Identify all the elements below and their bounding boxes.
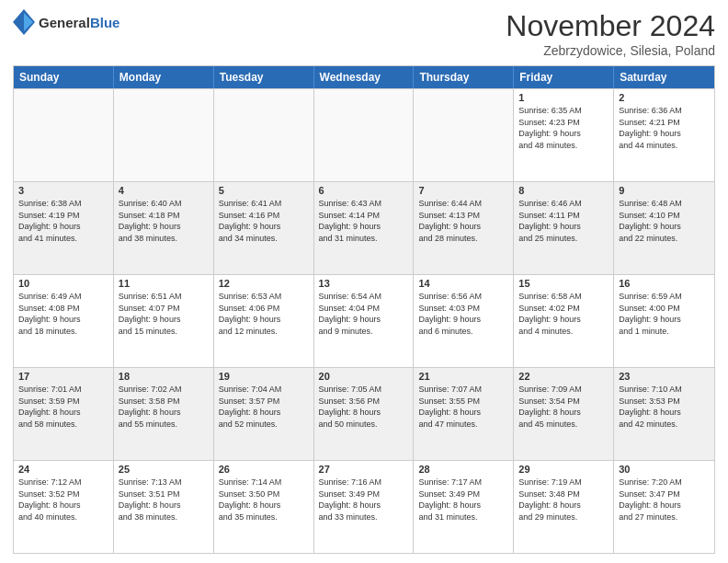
day-info: Sunrise: 6:41 AM Sunset: 4:16 PM Dayligh… <box>219 198 309 244</box>
cal-header-saturday: Saturday <box>614 66 714 88</box>
day-number: 7 <box>418 185 508 196</box>
day-info: Sunrise: 7:10 AM Sunset: 3:53 PM Dayligh… <box>619 384 710 430</box>
day-info: Sunrise: 6:46 AM Sunset: 4:11 PM Dayligh… <box>518 198 609 244</box>
cal-header-tuesday: Tuesday <box>214 66 314 88</box>
day-number: 14 <box>418 278 508 289</box>
cal-cell-r1-c5: 8Sunrise: 6:46 AM Sunset: 4:11 PM Daylig… <box>514 182 614 274</box>
day-number: 24 <box>18 464 108 475</box>
cal-cell-r0-c5: 1Sunrise: 6:35 AM Sunset: 4:23 PM Daylig… <box>514 89 614 181</box>
day-info: Sunrise: 7:16 AM Sunset: 3:49 PM Dayligh… <box>319 477 409 523</box>
day-info: Sunrise: 6:48 AM Sunset: 4:10 PM Dayligh… <box>619 198 710 244</box>
day-number: 23 <box>619 371 710 382</box>
cal-cell-r0-c3 <box>314 89 415 181</box>
day-info: Sunrise: 6:43 AM Sunset: 4:14 PM Dayligh… <box>319 198 409 244</box>
cal-cell-r4-c0: 24Sunrise: 7:12 AM Sunset: 3:52 PM Dayli… <box>14 461 114 553</box>
day-number: 10 <box>18 278 108 289</box>
title-block: November 2024 Zebrzydowice, Silesia, Pol… <box>506 9 715 58</box>
location: Zebrzydowice, Silesia, Poland <box>506 43 715 58</box>
day-info: Sunrise: 7:20 AM Sunset: 3:47 PM Dayligh… <box>619 477 710 523</box>
day-number: 22 <box>518 371 609 382</box>
day-info: Sunrise: 7:07 AM Sunset: 3:55 PM Dayligh… <box>418 384 508 430</box>
cal-cell-r2-c0: 10Sunrise: 6:49 AM Sunset: 4:08 PM Dayli… <box>14 275 114 367</box>
cal-cell-r0-c6: 2Sunrise: 6:36 AM Sunset: 4:21 PM Daylig… <box>614 89 714 181</box>
cal-cell-r2-c3: 13Sunrise: 6:54 AM Sunset: 4:04 PM Dayli… <box>314 275 415 367</box>
day-number: 6 <box>319 185 409 196</box>
day-number: 15 <box>518 278 609 289</box>
day-number: 28 <box>418 464 508 475</box>
cal-header-sunday: Sunday <box>14 66 114 88</box>
day-info: Sunrise: 6:58 AM Sunset: 4:02 PM Dayligh… <box>518 291 609 337</box>
cal-cell-r4-c3: 27Sunrise: 7:16 AM Sunset: 3:49 PM Dayli… <box>314 461 415 553</box>
cal-cell-r0-c2 <box>214 89 314 181</box>
cal-cell-r4-c6: 30Sunrise: 7:20 AM Sunset: 3:47 PM Dayli… <box>614 461 714 553</box>
cal-row-1: 3Sunrise: 6:38 AM Sunset: 4:19 PM Daylig… <box>14 181 714 274</box>
logo-blue: Blue <box>90 15 120 30</box>
calendar: SundayMondayTuesdayWednesdayThursdayFrid… <box>13 65 715 554</box>
day-info: Sunrise: 7:05 AM Sunset: 3:56 PM Dayligh… <box>319 384 409 430</box>
day-info: Sunrise: 6:56 AM Sunset: 4:03 PM Dayligh… <box>418 291 508 337</box>
day-info: Sunrise: 7:14 AM Sunset: 3:50 PM Dayligh… <box>219 477 309 523</box>
day-info: Sunrise: 7:17 AM Sunset: 3:49 PM Dayligh… <box>418 477 508 523</box>
day-number: 21 <box>418 371 508 382</box>
day-number: 4 <box>119 185 209 196</box>
cal-header-monday: Monday <box>114 66 214 88</box>
day-info: Sunrise: 6:59 AM Sunset: 4:00 PM Dayligh… <box>619 291 710 337</box>
cal-cell-r2-c4: 14Sunrise: 6:56 AM Sunset: 4:03 PM Dayli… <box>414 275 514 367</box>
day-number: 20 <box>319 371 409 382</box>
logo-icon <box>13 9 35 35</box>
cal-cell-r0-c1 <box>114 89 214 181</box>
cal-cell-r2-c2: 12Sunrise: 6:53 AM Sunset: 4:06 PM Dayli… <box>214 275 314 367</box>
cal-cell-r4-c5: 29Sunrise: 7:19 AM Sunset: 3:48 PM Dayli… <box>514 461 614 553</box>
day-info: Sunrise: 6:44 AM Sunset: 4:13 PM Dayligh… <box>418 198 508 244</box>
day-number: 25 <box>119 464 209 475</box>
day-number: 13 <box>319 278 409 289</box>
cal-cell-r3-c1: 18Sunrise: 7:02 AM Sunset: 3:58 PM Dayli… <box>114 368 214 460</box>
cal-cell-r4-c4: 28Sunrise: 7:17 AM Sunset: 3:49 PM Dayli… <box>414 461 514 553</box>
cal-cell-r1-c1: 4Sunrise: 6:40 AM Sunset: 4:18 PM Daylig… <box>114 182 214 274</box>
calendar-body: 1Sunrise: 6:35 AM Sunset: 4:23 PM Daylig… <box>14 88 714 553</box>
cal-row-2: 10Sunrise: 6:49 AM Sunset: 4:08 PM Dayli… <box>14 274 714 367</box>
cal-header-wednesday: Wednesday <box>314 66 415 88</box>
day-number: 18 <box>119 371 209 382</box>
header: GeneralBlue November 2024 Zebrzydowice, … <box>13 9 715 58</box>
cal-cell-r3-c0: 17Sunrise: 7:01 AM Sunset: 3:59 PM Dayli… <box>14 368 114 460</box>
day-number: 8 <box>518 185 609 196</box>
logo-general: General <box>39 15 90 30</box>
day-number: 27 <box>319 464 409 475</box>
cal-cell-r1-c6: 9Sunrise: 6:48 AM Sunset: 4:10 PM Daylig… <box>614 182 714 274</box>
day-number: 12 <box>219 278 309 289</box>
day-number: 30 <box>619 464 710 475</box>
logo-text: GeneralBlue <box>39 15 119 30</box>
day-number: 17 <box>18 371 108 382</box>
day-number: 1 <box>518 92 609 103</box>
cal-cell-r3-c3: 20Sunrise: 7:05 AM Sunset: 3:56 PM Dayli… <box>314 368 415 460</box>
cal-row-0: 1Sunrise: 6:35 AM Sunset: 4:23 PM Daylig… <box>14 88 714 181</box>
cal-cell-r1-c3: 6Sunrise: 6:43 AM Sunset: 4:14 PM Daylig… <box>314 182 415 274</box>
cal-row-3: 17Sunrise: 7:01 AM Sunset: 3:59 PM Dayli… <box>14 367 714 460</box>
day-info: Sunrise: 6:36 AM Sunset: 4:21 PM Dayligh… <box>619 105 710 151</box>
day-info: Sunrise: 7:04 AM Sunset: 3:57 PM Dayligh… <box>219 384 309 430</box>
month-title: November 2024 <box>506 9 715 43</box>
cal-cell-r4-c1: 25Sunrise: 7:13 AM Sunset: 3:51 PM Dayli… <box>114 461 214 553</box>
day-number: 19 <box>219 371 309 382</box>
cal-header-friday: Friday <box>514 66 614 88</box>
day-number: 26 <box>219 464 309 475</box>
day-number: 29 <box>518 464 609 475</box>
cal-cell-r1-c2: 5Sunrise: 6:41 AM Sunset: 4:16 PM Daylig… <box>214 182 314 274</box>
calendar-header-row: SundayMondayTuesdayWednesdayThursdayFrid… <box>14 66 714 88</box>
day-info: Sunrise: 6:38 AM Sunset: 4:19 PM Dayligh… <box>18 198 108 244</box>
day-info: Sunrise: 7:01 AM Sunset: 3:59 PM Dayligh… <box>18 384 108 430</box>
logo: GeneralBlue <box>13 9 119 35</box>
day-number: 9 <box>619 185 710 196</box>
cal-cell-r0-c0 <box>14 89 114 181</box>
day-info: Sunrise: 6:49 AM Sunset: 4:08 PM Dayligh… <box>18 291 108 337</box>
cal-cell-r3-c2: 19Sunrise: 7:04 AM Sunset: 3:57 PM Dayli… <box>214 368 314 460</box>
day-number: 3 <box>18 185 108 196</box>
cal-cell-r3-c5: 22Sunrise: 7:09 AM Sunset: 3:54 PM Dayli… <box>514 368 614 460</box>
day-info: Sunrise: 7:02 AM Sunset: 3:58 PM Dayligh… <box>119 384 209 430</box>
day-info: Sunrise: 7:09 AM Sunset: 3:54 PM Dayligh… <box>518 384 609 430</box>
cal-header-thursday: Thursday <box>414 66 514 88</box>
cal-cell-r3-c4: 21Sunrise: 7:07 AM Sunset: 3:55 PM Dayli… <box>414 368 514 460</box>
day-info: Sunrise: 6:35 AM Sunset: 4:23 PM Dayligh… <box>518 105 609 151</box>
day-info: Sunrise: 7:12 AM Sunset: 3:52 PM Dayligh… <box>18 477 108 523</box>
